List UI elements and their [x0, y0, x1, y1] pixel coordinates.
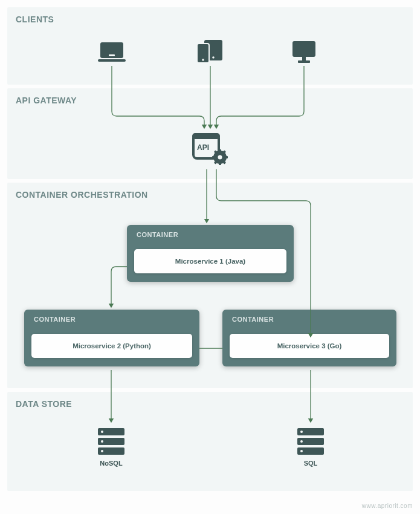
section-title-clients: CLIENTS: [16, 15, 54, 24]
svg-point-6: [212, 56, 215, 59]
section-datastore: DATA STORE NoSQL SQL: [7, 392, 413, 491]
container-card-3: CONTAINER Microservice 3 (Go): [222, 310, 396, 366]
svg-point-33: [300, 450, 303, 452]
svg-rect-11: [192, 133, 220, 139]
svg-rect-14: [219, 149, 221, 153]
svg-rect-15: [219, 161, 221, 165]
microservice-3: Microservice 3 (Go): [230, 334, 389, 358]
desktop-icon: [290, 41, 318, 63]
diagram-canvas: CLIENTS API GATEWA: [7, 7, 413, 503]
db-label-nosql: NoSQL: [87, 460, 135, 467]
svg-rect-8: [302, 57, 306, 60]
laptop-icon: [98, 41, 126, 63]
microservice-1: Microservice 1 (Java): [134, 249, 286, 273]
svg-rect-2: [109, 54, 115, 56]
footer-credit: www.apriorit.com: [362, 503, 413, 509]
svg-rect-16: [212, 156, 216, 158]
section-clients: CLIENTS: [7, 7, 413, 85]
svg-point-32: [300, 440, 303, 443]
section-api-gateway: API GATEWAY API: [7, 88, 413, 179]
database-nosql-icon: [95, 426, 127, 457]
svg-point-26: [101, 440, 103, 443]
database-sql-icon: [295, 426, 326, 457]
svg-rect-7: [292, 41, 315, 57]
container-title-2: CONTAINER: [34, 316, 192, 323]
mobile-tablet-icon: [193, 41, 226, 63]
section-title-gateway: API GATEWAY: [16, 96, 77, 105]
container-card-1: CONTAINER Microservice 1 (Java): [127, 225, 294, 282]
svg-rect-9: [298, 60, 310, 63]
svg-point-25: [101, 431, 103, 433]
api-gear-icon: API: [192, 133, 228, 167]
svg-point-13: [218, 155, 222, 160]
container-title-3: CONTAINER: [232, 316, 389, 323]
container-card-2: CONTAINER Microservice 2 (Python): [24, 310, 199, 366]
svg-point-27: [101, 450, 103, 452]
api-label-text: API: [197, 143, 209, 152]
microservice-2: Microservice 2 (Python): [31, 334, 192, 358]
db-label-sql: SQL: [286, 460, 335, 467]
svg-rect-17: [224, 156, 228, 158]
svg-point-31: [300, 431, 303, 433]
container-title-1: CONTAINER: [137, 231, 286, 238]
section-orchestration: CONTAINER ORCHESTRATION CONTAINER Micros…: [7, 183, 413, 388]
svg-rect-1: [98, 59, 126, 62]
section-title-datastore: DATA STORE: [16, 399, 72, 409]
section-title-orchestration: CONTAINER ORCHESTRATION: [16, 190, 148, 200]
svg-point-5: [202, 59, 204, 61]
